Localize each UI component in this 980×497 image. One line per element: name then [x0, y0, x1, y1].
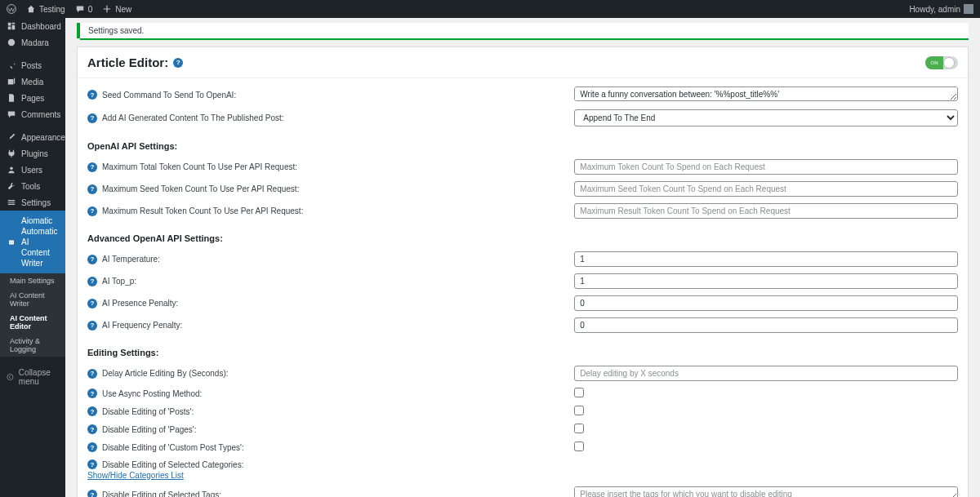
svg-point-1	[8, 39, 15, 46]
temperature-input[interactable]	[574, 251, 958, 267]
showhide-categories-link[interactable]: Show/Hide Categories List	[87, 471, 184, 480]
menu-users[interactable]: Users	[0, 162, 65, 178]
presence-input[interactable]	[574, 295, 958, 311]
admin-sidebar: Dashboard Madara Posts Media Pages Comme…	[0, 18, 65, 497]
menu-madara[interactable]: Madara	[0, 34, 65, 51]
pin-icon	[7, 60, 16, 70]
disable-tags-input[interactable]	[574, 486, 958, 497]
help-icon[interactable]: ?	[87, 162, 97, 172]
help-icon[interactable]: ?	[87, 406, 97, 416]
menu-media[interactable]: Media	[0, 73, 65, 90]
notice-text: Settings saved.	[88, 26, 144, 35]
edit-heading: Editing Settings:	[87, 348, 958, 357]
disable-posts-label: Disable Editing of 'Posts':	[102, 407, 194, 416]
delay-input[interactable]	[574, 366, 958, 381]
subitem-main-settings[interactable]: Main Settings	[0, 273, 65, 288]
panel-title: Article Editor: ?	[87, 55, 183, 69]
comments-link[interactable]: 0	[75, 4, 93, 14]
admin-bar-left: Testing 0 New	[7, 4, 131, 14]
seed-command-input[interactable]: Write a funny conversation between: '%%p…	[574, 87, 958, 101]
page-icon	[7, 93, 16, 103]
menu-posts[interactable]: Posts	[0, 57, 65, 73]
comments-count: 0	[88, 5, 93, 14]
howdy-link[interactable]: Howdy, admin	[909, 4, 973, 14]
help-icon[interactable]: ?	[87, 90, 97, 100]
append-select[interactable]: Append To The End	[574, 109, 958, 126]
row-disable-pages: ?Disable Editing of 'Pages':	[87, 420, 958, 438]
sliders-icon	[7, 197, 16, 207]
disable-posts-checkbox[interactable]	[574, 406, 584, 415]
max-total-label: Maximum Total Token Count To Use Per API…	[102, 162, 297, 171]
help-icon[interactable]: ?	[87, 299, 97, 308]
menu-aiomatic[interactable]: Aiomatic Automatic AI Content Writer	[0, 211, 65, 273]
menu-settings[interactable]: Settings	[0, 194, 65, 211]
help-icon[interactable]: ?	[87, 442, 97, 452]
menu-comments[interactable]: Comments	[0, 106, 65, 122]
wrench-icon	[7, 181, 16, 191]
svg-point-6	[7, 374, 13, 379]
row-seed-command: ?Seed Command To Send To OpenAI: Write a…	[87, 83, 958, 106]
menu-plugins-label: Plugins	[21, 149, 48, 158]
topp-input[interactable]	[574, 273, 958, 289]
wp-logo[interactable]	[7, 4, 16, 14]
collapse-menu[interactable]: Collapse menu	[0, 363, 65, 391]
enable-toggle[interactable]: ON	[925, 56, 958, 69]
async-checkbox[interactable]	[574, 388, 584, 397]
row-topp: ?AI Top_p:	[87, 270, 958, 292]
subitem-activity-logging[interactable]: Activity & Logging	[0, 334, 65, 357]
help-icon[interactable]: ?	[87, 388, 97, 398]
new-label: New	[115, 5, 131, 14]
menu-tools[interactable]: Tools	[0, 178, 65, 194]
plug-icon	[7, 149, 16, 158]
menu-pages[interactable]: Pages	[0, 90, 65, 106]
disable-pages-checkbox[interactable]	[574, 424, 584, 433]
svg-point-4	[10, 242, 11, 242]
help-icon[interactable]: ?	[87, 459, 97, 469]
svg-rect-3	[9, 240, 14, 244]
adv-heading: Advanced OpenAI API Settings:	[87, 233, 958, 243]
topp-label: AI Top_p:	[102, 277, 136, 286]
help-icon[interactable]: ?	[87, 206, 97, 216]
help-icon[interactable]: ?	[87, 277, 97, 286]
menu-media-label: Media	[21, 78, 43, 87]
help-icon[interactable]: ?	[173, 58, 183, 68]
help-icon[interactable]: ?	[87, 369, 97, 379]
row-frequency: ?AI Frequency Penalty:	[87, 314, 958, 336]
row-presence: ?AI Presence Penalty:	[87, 292, 958, 314]
help-icon[interactable]: ?	[87, 424, 97, 434]
menu-appearance[interactable]: Appearance	[0, 129, 65, 145]
disable-cpt-checkbox[interactable]	[574, 442, 584, 451]
menu-dashboard[interactable]: Dashboard	[0, 18, 65, 34]
max-total-input[interactable]	[574, 159, 958, 175]
wordpress-icon	[7, 4, 16, 14]
menu-posts-label: Posts	[21, 61, 42, 70]
max-result-label: Maximum Result Token Count To Use Per AP…	[102, 206, 303, 215]
frequency-input[interactable]	[574, 317, 958, 333]
plus-icon	[102, 4, 112, 14]
max-result-input[interactable]	[574, 203, 958, 219]
subitem-ai-content-editor[interactable]: AI Content Editor	[0, 311, 65, 334]
max-seed-input[interactable]	[574, 181, 958, 197]
svg-point-2	[10, 166, 13, 170]
panel-header: Article Editor: ? ON	[78, 47, 968, 78]
panel-title-text: Article Editor:	[87, 55, 168, 69]
dashboard-icon	[7, 21, 16, 31]
content-area: Settings saved. Article Editor: ? ON ?Se…	[65, 18, 980, 497]
site-name: Testing	[39, 5, 65, 14]
site-name-link[interactable]: Testing	[26, 4, 65, 14]
help-icon[interactable]: ?	[87, 255, 97, 264]
help-icon[interactable]: ?	[87, 184, 97, 194]
help-icon[interactable]: ?	[87, 321, 97, 331]
row-async: ?Use Async Posting Method:	[87, 384, 958, 402]
row-max-result: ?Maximum Result Token Count To Use Per A…	[87, 200, 958, 222]
menu-plugins[interactable]: Plugins	[0, 145, 65, 162]
comments-icon	[7, 109, 16, 119]
row-disable-posts: ?Disable Editing of 'Posts':	[87, 402, 958, 420]
help-icon[interactable]: ?	[87, 113, 97, 123]
disable-cat-label: Disable Editing of Selected Categories:	[102, 460, 243, 469]
row-disable-cats: ?Disable Editing of Selected Categories:…	[87, 456, 958, 483]
subitem-ai-content-writer[interactable]: AI Content Writer	[0, 288, 65, 311]
help-icon[interactable]: ?	[87, 490, 97, 497]
new-link[interactable]: New	[102, 4, 131, 14]
admin-bar: Testing 0 New Howdy, admin	[0, 0, 980, 18]
